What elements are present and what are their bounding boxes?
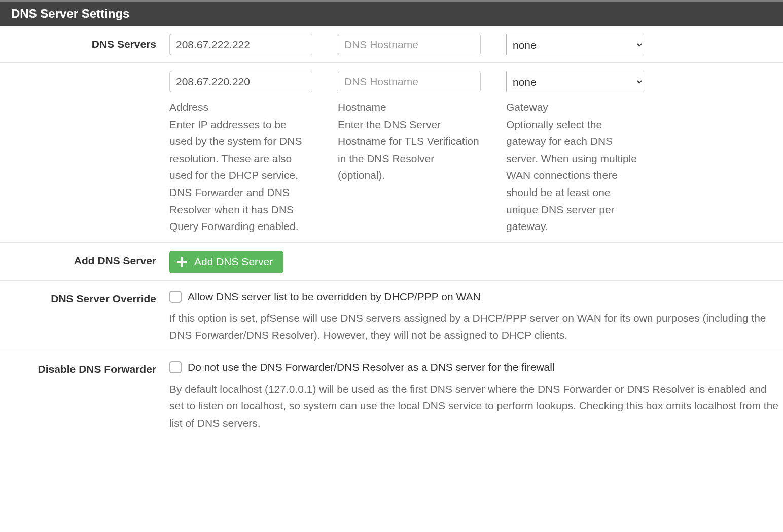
- disable-dns-forwarder-checkbox[interactable]: [169, 361, 182, 373]
- gateway-help-title: Gateway: [506, 99, 644, 116]
- dns-gateway-select-2[interactable]: none: [506, 71, 644, 92]
- add-dns-server-button[interactable]: Add DNS Server: [169, 251, 283, 273]
- address-help-text: Enter IP addresses to be used by the sys…: [169, 116, 312, 235]
- dns-servers-row-2: Address Enter IP addresses to be used by…: [0, 63, 783, 243]
- plus-icon: [177, 257, 187, 267]
- dns-address-input-2[interactable]: [169, 71, 312, 92]
- dns-override-help: If this option is set, pfSense will use …: [169, 310, 783, 344]
- dns-override-option: Allow DNS server list to be overridden b…: [188, 289, 481, 305]
- dns-override-row: DNS Server Override Allow DNS server lis…: [0, 281, 783, 352]
- dns-servers-row-1: DNS Servers none: [0, 26, 783, 63]
- dns-hostname-input-2[interactable]: [338, 71, 481, 92]
- disable-dns-forwarder-help: By default localhost (127.0.0.1) will be…: [169, 381, 783, 432]
- disable-dns-forwarder-option: Do not use the DNS Forwarder/DNS Resolve…: [188, 359, 555, 375]
- add-dns-server-label: Add DNS Server: [0, 251, 169, 267]
- dns-override-label: DNS Server Override: [0, 289, 169, 305]
- panel-title: DNS Server Settings: [0, 0, 783, 26]
- add-dns-server-button-label: Add DNS Server: [194, 256, 273, 268]
- hostname-help-text: Enter the DNS Server Hostname for TLS Ve…: [338, 116, 481, 184]
- disable-dns-forwarder-row: Disable DNS Forwarder Do not use the DNS…: [0, 351, 783, 438]
- dns-override-checkbox[interactable]: [169, 291, 182, 303]
- address-help-title: Address: [169, 99, 312, 116]
- dns-hostname-input-1[interactable]: [338, 34, 481, 55]
- hostname-help-title: Hostname: [338, 99, 481, 116]
- disable-dns-forwarder-label: Disable DNS Forwarder: [0, 359, 169, 375]
- dns-address-input-1[interactable]: [169, 34, 312, 55]
- dns-servers-label: DNS Servers: [0, 34, 169, 50]
- dns-gateway-select-1[interactable]: none: [506, 34, 644, 55]
- gateway-help-text: Optionally select the gateway for each D…: [506, 116, 644, 235]
- add-dns-server-row: Add DNS Server Add DNS Server: [0, 243, 783, 281]
